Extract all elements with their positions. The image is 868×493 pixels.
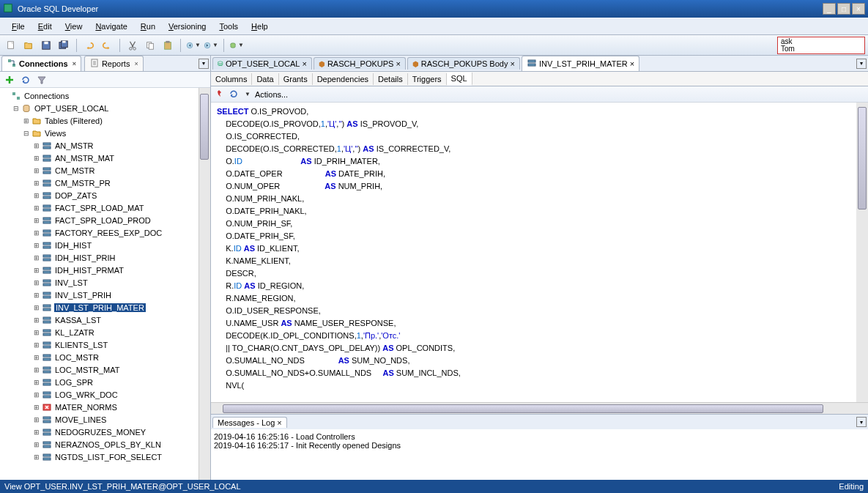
expand-icon[interactable]: ⊟ bbox=[12, 105, 21, 112]
new-button[interactable] bbox=[3, 37, 19, 53]
refresh-icon[interactable] bbox=[229, 89, 239, 100]
scrollbar-thumb[interactable] bbox=[858, 107, 867, 210]
menu-run[interactable]: Run bbox=[135, 20, 161, 33]
sub-tab-triggers[interactable]: Triggers bbox=[408, 73, 447, 85]
tree-node[interactable]: ⊞AN_MSTR bbox=[1, 139, 209, 152]
undo-button[interactable] bbox=[81, 37, 97, 53]
sub-tab-dependencies[interactable]: Dependencies bbox=[313, 73, 374, 85]
scrollbar-thumb[interactable] bbox=[223, 404, 823, 413]
tree-node[interactable]: ⊞CM_MSTR_PR bbox=[1, 177, 209, 189]
redo-button[interactable] bbox=[99, 37, 115, 53]
expand-icon[interactable]: ⊞ bbox=[32, 354, 41, 361]
tree-node[interactable]: ⊞INV_LST_PRIH bbox=[1, 289, 209, 301]
tree-node[interactable]: ⊞KLIENTS_LST bbox=[1, 338, 209, 351]
close-icon[interactable]: × bbox=[396, 59, 400, 68]
tree-node[interactable]: ⊞IDH_HIST_PRMAT bbox=[1, 264, 209, 276]
tree-node[interactable]: ⊞MATER_NORMS bbox=[1, 401, 209, 413]
menu-versioning[interactable]: Versioning bbox=[163, 20, 212, 33]
sub-tab-grants[interactable]: Grants bbox=[279, 73, 313, 85]
menu-tools[interactable]: Tools bbox=[213, 20, 244, 33]
menu-help[interactable]: Help bbox=[245, 20, 274, 33]
expand-icon[interactable]: ⊟ bbox=[22, 130, 31, 137]
minimize-button[interactable]: _ bbox=[823, 3, 836, 15]
expand-icon[interactable]: ⊞ bbox=[32, 416, 41, 423]
expand-icon[interactable]: ⊞ bbox=[32, 279, 41, 286]
pane-menu-button[interactable]: ▾ bbox=[199, 59, 209, 69]
editor-tab[interactable]: ⛁OPT_USER_LOCAL× bbox=[212, 57, 312, 70]
code-hscrollbar[interactable] bbox=[211, 402, 868, 414]
copy-button[interactable] bbox=[142, 37, 158, 53]
close-icon[interactable]: × bbox=[134, 60, 138, 67]
editor-tab[interactable]: INV_LST_PRIH_MATER× bbox=[522, 56, 639, 71]
log-tab[interactable]: Messages - Log × bbox=[212, 417, 287, 428]
forward-button[interactable]: ▼ bbox=[203, 37, 219, 53]
tree-node[interactable]: ⊞FACT_SPR_LOAD_MAT bbox=[1, 201, 209, 214]
expand-icon[interactable]: ⊞ bbox=[32, 366, 41, 374]
tree-node[interactable]: ⊞NEDOGRUZES_MONEY bbox=[1, 426, 209, 438]
expand-icon[interactable]: ⊞ bbox=[32, 404, 41, 411]
new-connection-button[interactable] bbox=[3, 73, 16, 86]
open-button[interactable] bbox=[21, 37, 37, 53]
tree-node[interactable]: Connections bbox=[1, 89, 209, 102]
sql-worksheet-button[interactable]: ▼ bbox=[229, 37, 245, 53]
editor-tab[interactable]: ⬢RASCH_POKUPS Body× bbox=[407, 57, 520, 70]
filter-button[interactable] bbox=[35, 73, 48, 86]
close-icon[interactable]: × bbox=[277, 418, 281, 427]
refresh-button[interactable] bbox=[19, 73, 32, 86]
expand-icon[interactable]: ⊞ bbox=[32, 453, 41, 461]
tree-node[interactable]: ⊞Tables (Filtered) bbox=[1, 114, 209, 127]
tree-node[interactable]: ⊞NGTDS_LIST_FOR_SELECT bbox=[1, 451, 209, 463]
tree-node[interactable]: ⊞LOG_SPR bbox=[1, 376, 209, 388]
expand-icon[interactable]: ⊞ bbox=[32, 441, 41, 448]
expand-icon[interactable]: ⊞ bbox=[32, 267, 41, 274]
menu-file[interactable]: File bbox=[6, 20, 31, 33]
reports-tab[interactable]: Reports × bbox=[84, 56, 144, 71]
expand-icon[interactable]: ⊞ bbox=[32, 179, 41, 187]
editor-tab[interactable]: ⬢RASCH_POKUPS× bbox=[314, 57, 406, 70]
menu-edit[interactable]: Edit bbox=[32, 20, 58, 33]
actions-button[interactable]: Actions... bbox=[255, 90, 288, 99]
tree-scrollbar[interactable] bbox=[199, 88, 210, 480]
connections-tree[interactable]: Connections⊟OPT_USER_LOCAL⊞Tables (Filte… bbox=[0, 88, 210, 480]
cut-button[interactable] bbox=[125, 37, 141, 53]
expand-icon[interactable]: ⊞ bbox=[32, 167, 41, 174]
expand-icon[interactable]: ⊞ bbox=[32, 329, 41, 336]
paste-button[interactable] bbox=[160, 37, 176, 53]
expand-icon[interactable]: ⊞ bbox=[32, 192, 41, 199]
close-icon[interactable]: × bbox=[630, 59, 634, 68]
tree-node[interactable]: ⊞KL_LZATR bbox=[1, 326, 209, 338]
maximize-button[interactable]: □ bbox=[837, 3, 850, 15]
expand-icon[interactable]: ⊞ bbox=[32, 341, 41, 349]
tree-node[interactable]: ⊟Views bbox=[1, 127, 209, 139]
code-vscrollbar[interactable] bbox=[856, 103, 868, 402]
sub-tab-columns[interactable]: Columns bbox=[211, 73, 252, 85]
expand-icon[interactable]: ⊞ bbox=[32, 204, 41, 212]
log-content[interactable]: 2019-04-16 16:25:16 - Load Controllers20… bbox=[211, 429, 868, 480]
tree-node[interactable]: ⊞FACT_SPR_LOAD_PROD bbox=[1, 214, 209, 226]
close-icon[interactable]: × bbox=[73, 60, 76, 67]
expand-icon[interactable]: ⊞ bbox=[32, 304, 41, 311]
tree-node[interactable]: ⊞DOP_ZATS bbox=[1, 189, 209, 201]
sub-tab-data[interactable]: Data bbox=[252, 73, 278, 85]
expand-icon[interactable]: ⊞ bbox=[32, 429, 41, 436]
close-button[interactable]: × bbox=[852, 3, 865, 15]
save-button[interactable] bbox=[38, 37, 54, 53]
close-icon[interactable]: × bbox=[510, 59, 514, 68]
scrollbar-thumb[interactable] bbox=[200, 94, 209, 160]
expand-icon[interactable]: ⊞ bbox=[32, 391, 41, 399]
close-icon[interactable]: × bbox=[302, 59, 306, 68]
tree-node[interactable]: ⊞FACTORY_REES_EXP_DOC bbox=[1, 226, 209, 239]
expand-icon[interactable]: ⊞ bbox=[32, 379, 41, 386]
back-button[interactable]: ▼ bbox=[185, 37, 201, 53]
chevron-down-icon[interactable]: ▼ bbox=[245, 91, 251, 97]
tree-node[interactable]: ⊞MOVE_LINES bbox=[1, 413, 209, 426]
menu-navigate[interactable]: Navigate bbox=[89, 20, 133, 33]
expand-icon[interactable]: ⊞ bbox=[32, 316, 41, 324]
expand-icon[interactable]: ⊞ bbox=[32, 155, 41, 162]
tree-node[interactable]: ⊞NERAZNOS_OPLS_BY_KLN bbox=[1, 438, 209, 451]
expand-icon[interactable]: ⊞ bbox=[32, 142, 41, 149]
tree-node[interactable]: ⊞INV_LST_PRIH_MATER bbox=[1, 301, 209, 314]
log-menu-button[interactable]: ▾ bbox=[856, 417, 867, 427]
code-editor[interactable]: SELECT O.IS_PROVOD, DECODE(O.IS_PROVOD,1… bbox=[211, 103, 868, 402]
tree-node[interactable]: ⊞AN_MSTR_MAT bbox=[1, 152, 209, 164]
